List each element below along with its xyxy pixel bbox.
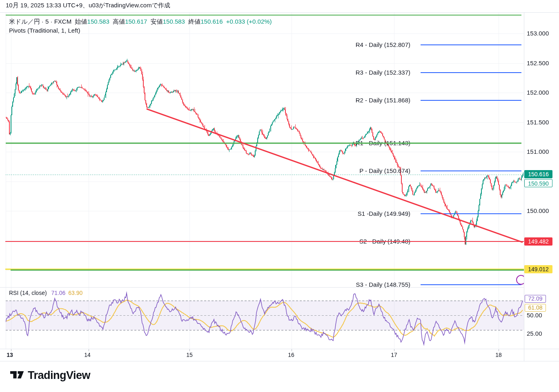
rsi-ma-value-badge: 61.08 xyxy=(525,304,546,312)
bid-price-badge: 150.590 xyxy=(524,179,552,187)
last-price-badge: 150.616 xyxy=(524,170,552,178)
red-line-price-badge: 149.482 xyxy=(524,237,552,246)
drawings-overlay-canvas[interactable] xyxy=(0,0,559,392)
tradingview-published-chart: 10月 19, 2025 13:33 UTC+9、u03がTradingView… xyxy=(0,0,559,392)
yellow-line-price-badge: 149.012 xyxy=(524,265,552,273)
rsi-value-badge: 72.09 xyxy=(525,295,546,303)
